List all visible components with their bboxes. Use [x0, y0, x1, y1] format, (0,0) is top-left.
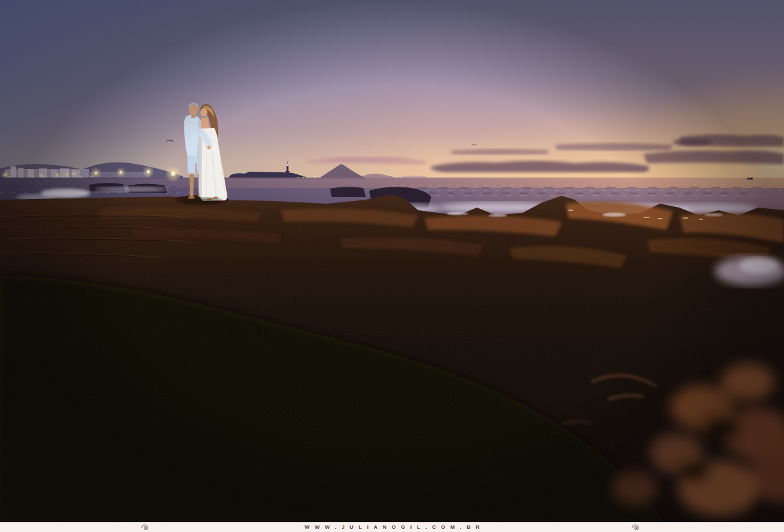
beach-sunset-photo	[0, 0, 784, 522]
wave-swirl-icon-left	[141, 524, 149, 531]
photo-page: WWW.JULIANOGIL.COM.BR	[0, 0, 784, 532]
photo-scene	[0, 0, 784, 522]
wave-swirl-icon-right	[632, 524, 640, 531]
watermark-bar: WWW.JULIANOGIL.COM.BR	[0, 522, 784, 532]
watermark-url: WWW.JULIANOGIL.COM.BR	[304, 522, 485, 532]
vignette	[0, 0, 784, 522]
